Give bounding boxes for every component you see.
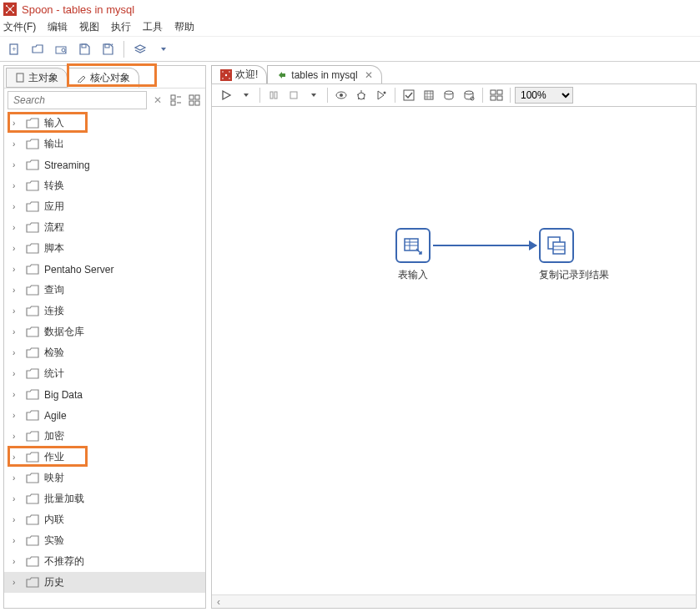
menu-tools[interactable]: 工具 xyxy=(143,20,163,34)
tree-item[interactable]: ›输入 xyxy=(4,113,205,134)
tree-item[interactable]: ›Streaming xyxy=(4,154,205,175)
chevron-right-icon[interactable]: › xyxy=(13,348,21,357)
preview-icon[interactable] xyxy=(332,86,350,104)
chevron-right-icon[interactable]: › xyxy=(13,306,21,316)
show-results-icon[interactable] xyxy=(487,86,506,104)
save-icon[interactable] xyxy=(75,40,93,58)
separator xyxy=(395,88,395,103)
tree-item[interactable]: ›脚本 xyxy=(4,238,205,259)
svg-point-46 xyxy=(445,91,453,94)
tree-item[interactable]: ›映射 xyxy=(4,468,205,488)
chevron-right-icon[interactable]: › xyxy=(13,494,21,503)
editor-tab-welcome[interactable]: 欢迎! xyxy=(211,65,267,83)
tree-item[interactable]: ›应用 xyxy=(4,196,205,217)
stop-icon[interactable] xyxy=(285,86,303,104)
tree-item[interactable]: ›加密 xyxy=(4,426,205,447)
chevron-right-icon[interactable]: › xyxy=(13,515,21,524)
tree-item[interactable]: ›历史 xyxy=(4,572,205,593)
close-tab-icon[interactable]: ✕ xyxy=(365,69,373,81)
tree-item[interactable]: ›统计 xyxy=(4,363,205,384)
new-file-icon[interactable]: + xyxy=(5,40,23,58)
svg-point-47 xyxy=(465,91,473,94)
stop-dropdown-icon[interactable] xyxy=(305,86,323,104)
horizontal-scrollbar[interactable]: ‹ xyxy=(212,594,696,608)
run-dropdown-icon[interactable] xyxy=(237,86,255,104)
folder-icon xyxy=(26,201,39,213)
tree-item[interactable]: ›批量加载 xyxy=(4,488,205,509)
menu-run[interactable]: 执行 xyxy=(111,20,131,34)
collapse-tree-icon[interactable] xyxy=(187,93,202,108)
transformation-canvas[interactable]: 表输入 复制记录到结果 ‹ xyxy=(211,107,697,609)
tree-item-label: 不推荐的 xyxy=(44,554,84,569)
tree-item[interactable]: ›连接 xyxy=(4,301,205,321)
svg-rect-24 xyxy=(189,101,194,105)
tree-item[interactable]: ›输出 xyxy=(4,134,205,154)
chevron-right-icon[interactable]: › xyxy=(13,286,21,295)
sql-icon[interactable] xyxy=(440,86,458,104)
menu-help[interactable]: 帮助 xyxy=(174,20,194,34)
chevron-right-icon[interactable]: › xyxy=(13,390,21,399)
hop-arrow[interactable] xyxy=(433,245,536,246)
chevron-right-icon[interactable]: › xyxy=(13,369,21,378)
title-bar: Spoon - tables in mysql xyxy=(0,0,700,18)
tree-item[interactable]: ›作业 xyxy=(4,447,205,468)
debug-icon[interactable] xyxy=(352,86,370,104)
tree-item[interactable]: ›实验 xyxy=(4,530,205,551)
tree-item[interactable]: ›Pentaho Server xyxy=(4,259,205,280)
chevron-right-icon[interactable]: › xyxy=(13,223,21,232)
chevron-right-icon[interactable]: › xyxy=(13,265,21,274)
tree-item[interactable]: ›不推荐的 xyxy=(4,551,205,572)
chevron-right-icon[interactable]: › xyxy=(13,160,21,169)
chevron-right-icon[interactable]: › xyxy=(13,473,21,483)
chevron-right-icon[interactable]: › xyxy=(13,432,21,441)
expand-tree-icon[interactable] xyxy=(169,93,184,108)
search-input[interactable] xyxy=(8,91,147,109)
chevron-right-icon[interactable]: › xyxy=(13,327,21,336)
chevron-right-icon[interactable]: › xyxy=(13,557,21,566)
editor-tab-transformation[interactable]: tables in mysql ✕ xyxy=(267,65,381,83)
scroll-left-icon[interactable]: ‹ xyxy=(212,596,225,608)
explore-icon[interactable] xyxy=(52,40,70,58)
menu-file[interactable]: 文件(F) xyxy=(3,20,36,34)
category-tree[interactable]: ›输入›输出›Streaming›转换›应用›流程›脚本›Pentaho Ser… xyxy=(4,111,205,608)
dropdown-icon[interactable] xyxy=(154,40,173,58)
chevron-right-icon[interactable]: › xyxy=(13,578,21,587)
folder-icon xyxy=(26,514,39,526)
tree-item[interactable]: ›内联 xyxy=(4,509,205,530)
run-icon[interactable] xyxy=(217,86,235,104)
search-row: ✕ xyxy=(4,88,205,111)
save-as-icon[interactable]: * xyxy=(98,40,117,58)
chevron-right-icon[interactable]: › xyxy=(13,536,21,545)
table-input-icon xyxy=(395,228,431,263)
chevron-right-icon[interactable]: › xyxy=(13,119,21,128)
open-file-icon[interactable] xyxy=(28,40,47,58)
pause-icon[interactable] xyxy=(264,86,283,104)
impact-icon[interactable] xyxy=(420,86,438,104)
chevron-right-icon[interactable]: › xyxy=(13,453,21,462)
tree-item[interactable]: ›转换 xyxy=(4,175,205,196)
explore-db-icon[interactable] xyxy=(460,86,478,104)
chevron-right-icon[interactable]: › xyxy=(13,202,21,211)
tree-item[interactable]: ›流程 xyxy=(4,217,205,238)
sidebar-tab-main[interactable]: 主对象 xyxy=(6,68,68,88)
chevron-right-icon[interactable]: › xyxy=(13,411,21,420)
clear-search-icon[interactable]: ✕ xyxy=(150,93,165,108)
verify-icon[interactable] xyxy=(400,86,418,104)
node-copy-to-result[interactable]: 复制记录到结果 xyxy=(539,228,574,282)
zoom-select[interactable]: 100% xyxy=(515,87,573,104)
sidebar-tab-core[interactable]: 核心对象 xyxy=(68,68,139,88)
replay-icon[interactable] xyxy=(372,86,390,104)
chevron-right-icon[interactable]: › xyxy=(13,244,21,253)
menu-edit[interactable]: 编辑 xyxy=(48,20,68,34)
layers-icon[interactable] xyxy=(131,40,149,58)
tree-item[interactable]: ›查询 xyxy=(4,280,205,301)
chevron-right-icon[interactable]: › xyxy=(13,181,21,190)
node-table-input[interactable]: 表输入 xyxy=(395,228,431,282)
chevron-right-icon[interactable]: › xyxy=(13,139,21,149)
tree-item[interactable]: ›Big Data xyxy=(4,384,205,405)
tree-item[interactable]: ›Agile xyxy=(4,405,205,426)
menu-view[interactable]: 视图 xyxy=(79,20,99,34)
separator xyxy=(259,88,260,103)
tree-item[interactable]: ›数据仓库 xyxy=(4,321,205,342)
tree-item[interactable]: ›检验 xyxy=(4,342,205,363)
